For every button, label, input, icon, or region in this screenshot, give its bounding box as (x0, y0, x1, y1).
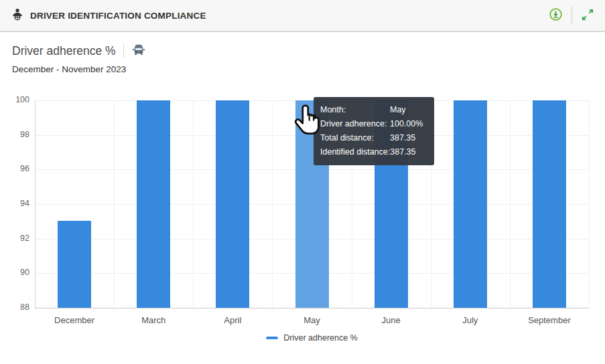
gridline-y-88 (35, 308, 589, 308)
x-axis-label-december: December (38, 315, 111, 325)
tooltip-value: May (390, 103, 426, 117)
x-axis-label-june: June (354, 315, 428, 325)
tooltip-label: Driver adherence: (320, 117, 390, 131)
y-axis-tick-label: 92 (4, 234, 29, 243)
bar-april[interactable] (216, 100, 249, 308)
y-axis-tick-label: 94 (4, 199, 29, 208)
tooltip-label: Total distance: (320, 131, 390, 145)
bar-september[interactable] (533, 100, 566, 308)
tooltip-row: Month:May (320, 103, 426, 117)
y-axis-tick-label: 100 (4, 95, 29, 104)
tooltip-value: 387.35 (390, 131, 426, 145)
gridline-x (272, 100, 273, 308)
gridline-x (193, 100, 194, 308)
tooltip-row: Driver adherence:100.00% (320, 117, 426, 131)
x-axis-label-march: March (117, 315, 190, 325)
x-axis-label-july: July (433, 315, 507, 325)
hand-cursor (293, 104, 323, 141)
gridline-x (589, 100, 590, 308)
tooltip-label: Identified distance: (320, 145, 390, 159)
gridline-x (114, 100, 115, 308)
bar-july[interactable] (454, 100, 487, 308)
y-axis-tick-label: 98 (4, 130, 29, 139)
tooltip-label: Month: (320, 103, 390, 117)
bar-december[interactable] (58, 221, 91, 308)
x-axis-label-april: April (196, 315, 269, 325)
tooltip-row: Identified distance:387.35 (320, 145, 426, 159)
bar-chart: 889092949698100DecemberMarchAprilMayJune… (0, 0, 605, 364)
legend-marker (266, 337, 278, 339)
chart-legend[interactable]: Driver adherence % (35, 333, 589, 343)
x-axis-label-september: September (513, 315, 586, 325)
y-axis-tick-label: 88 (4, 302, 29, 312)
tooltip-row: Total distance:387.35 (320, 131, 426, 145)
y-axis-tick-label: 96 (4, 164, 29, 173)
chart-tooltip: Month:MayDriver adherence:100.00%Total d… (314, 97, 434, 165)
y-axis-line (35, 100, 36, 308)
legend-label: Driver adherence % (283, 333, 357, 343)
gridline-x (510, 100, 511, 308)
tooltip-value: 387.35 (390, 145, 426, 159)
tooltip-value: 100.00% (390, 117, 426, 131)
x-axis-label-may: May (275, 315, 349, 325)
bar-march[interactable] (137, 100, 170, 308)
y-axis-tick-label: 90 (4, 268, 29, 277)
driver-identification-compliance-widget: DRIVER IDENTIFICATION COMPLIANCE (0, 0, 605, 364)
